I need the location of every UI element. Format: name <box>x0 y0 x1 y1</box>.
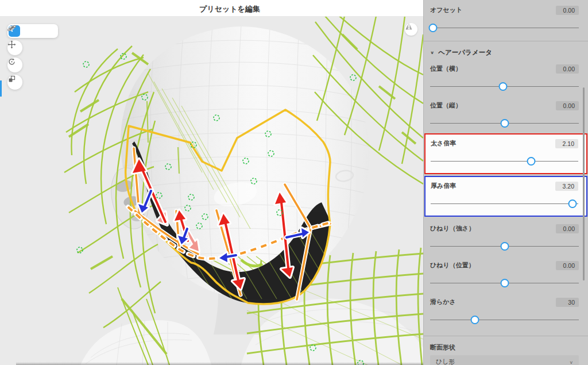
slider-thumb[interactable] <box>498 82 507 91</box>
tool-pill <box>7 24 58 38</box>
rotate-icon <box>7 57 16 66</box>
chevron-down-icon: ∨ <box>430 51 434 55</box>
slider-label: ひねり（位置） <box>430 261 475 270</box>
slider-thumb[interactable] <box>527 157 535 166</box>
move-icon <box>7 40 16 49</box>
dropdown-value: ひし形 <box>436 358 455 365</box>
slider-track[interactable] <box>430 241 579 251</box>
slider-track[interactable] <box>431 156 578 166</box>
curve-points-icon <box>7 24 16 32</box>
mirror-button[interactable] <box>405 23 417 36</box>
slider-track[interactable] <box>430 315 579 325</box>
slider-thumb[interactable] <box>500 119 509 128</box>
slider-thumb[interactable] <box>568 199 577 208</box>
slider-value: 0.00 <box>556 6 579 15</box>
viewport-scene <box>0 16 423 365</box>
slider-row-twist-strength: ひねり（強さ） 0.00 <box>424 218 588 255</box>
scale-button[interactable] <box>7 75 22 90</box>
slider-track[interactable] <box>430 278 579 288</box>
scale-icon <box>7 75 16 83</box>
slider-value: 3.20 <box>555 182 578 191</box>
slider-value: 0.00 <box>556 224 579 233</box>
slider-value: 0.00 <box>556 101 579 110</box>
slider-label: 滑らかさ <box>430 298 456 306</box>
slider-row-thickness-highlighted-red: 太さ倍率 2.10 <box>424 133 587 174</box>
slider-label: 厚み倍率 <box>431 182 456 190</box>
slider-label: 位置（横） <box>430 64 462 73</box>
slider-row-smoothness: 滑らかさ 30 <box>424 291 588 328</box>
slider-label: オフセット <box>430 6 462 14</box>
slider-label: 太さ倍率 <box>431 139 456 148</box>
slider-value: 2.10 <box>555 139 578 148</box>
slider-label: ひねり（強さ） <box>430 224 475 233</box>
panel-scrollbar[interactable] <box>583 87 585 281</box>
slider-row-depth-highlighted-blue: 厚み倍率 3.20 <box>424 176 587 217</box>
slider-track[interactable] <box>430 82 579 91</box>
eraser-tool-button[interactable] <box>33 25 45 37</box>
slider-track[interactable] <box>430 23 579 33</box>
panel-edge-accent <box>0 80 2 97</box>
slider-row-offset: オフセット 0.00 <box>424 0 588 36</box>
slider-value: 30 <box>556 298 579 307</box>
chevron-down-icon: ∨ <box>569 359 573 364</box>
viewport-bottom-shade <box>16 362 423 365</box>
cross-section-shape-dropdown[interactable]: ひし形 ∨ <box>430 355 579 365</box>
pencil-tool-button[interactable] <box>21 25 33 37</box>
control-point-tool-button[interactable] <box>46 25 57 37</box>
move-button[interactable] <box>7 40 22 55</box>
slider-value: 0.00 <box>556 64 579 74</box>
section-title: ヘアーパラメータ <box>438 48 492 57</box>
section-header-hair-parameters[interactable]: ∨ ヘアーパラメータ <box>424 41 588 58</box>
rotate-button[interactable] <box>7 57 22 72</box>
slider-thumb[interactable] <box>500 279 509 287</box>
slider-track[interactable] <box>431 199 578 209</box>
slider-thumb[interactable] <box>470 316 479 324</box>
viewport-3d[interactable] <box>0 16 423 365</box>
mirror-icon <box>405 23 413 31</box>
slider-row-twist-position: ひねり（位置） 0.00 <box>424 255 588 291</box>
slider-row-position-h: 位置（横） 0.00 <box>424 58 588 95</box>
top-bar: プリセットを編集 <box>0 0 423 17</box>
slider-track[interactable] <box>430 118 579 128</box>
hair-parameters-panel: オフセット 0.00 ∨ ヘアーパラメータ 位置（横） 0.00 位置（縦） 0… <box>423 0 588 365</box>
dropdown-label-cross-section: 断面形状 <box>424 336 588 355</box>
slider-thumb[interactable] <box>500 242 509 251</box>
slider-row-position-v: 位置（縦） 0.00 <box>424 95 588 132</box>
page-title: プリセットを編集 <box>199 4 260 14</box>
slider-label: 位置（縦） <box>430 101 462 110</box>
slider-value: 0.00 <box>556 261 579 270</box>
slider-thumb[interactable] <box>429 24 438 32</box>
